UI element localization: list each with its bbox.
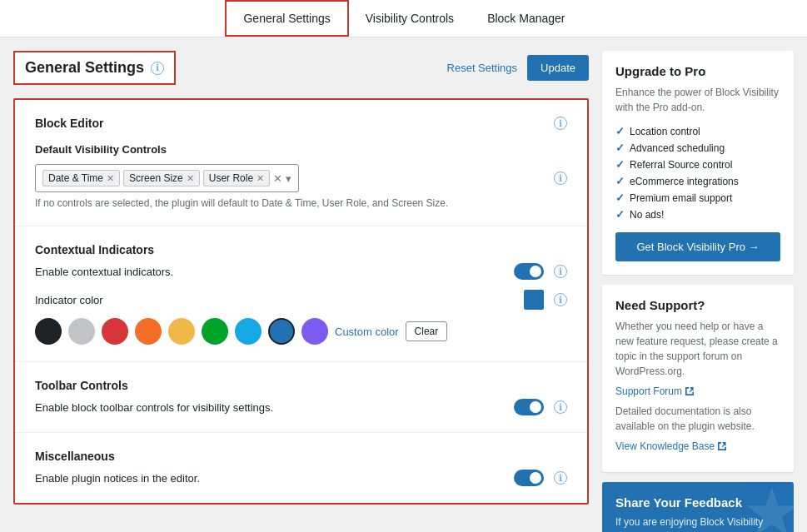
swatch-purple[interactable] [301,318,328,345]
miscellaneous-section: Miscellaneous Enable plugin notices in t… [15,433,587,503]
upgrade-pro-desc: Enhance the power of Block Visibility wi… [615,85,780,115]
contextual-indicators-header: Contextual Indicators [35,243,567,256]
swatch-light-gray[interactable] [68,318,95,345]
toolbar-controls-toggle[interactable] [514,399,544,415]
miscellaneous-info-icon[interactable]: ℹ [554,471,567,485]
pro-feature-scheduling: ✓ Advanced scheduling [615,142,780,154]
update-button[interactable]: Update [527,55,589,81]
swatch-green[interactable] [202,318,228,345]
block-editor-header: Block Editor ℹ [35,117,567,130]
toolbar-toggle-slider [514,399,544,415]
nav-general-settings[interactable]: General Settings [225,0,348,37]
knowledge-base-link[interactable]: View Knowledge Base [615,440,780,452]
check-icon-referral: ✓ [615,158,625,171]
color-swatches-row: Custom color Clear [35,318,567,345]
toggle-slider [514,263,544,280]
reset-settings-link[interactable]: Reset Settings [447,62,518,74]
external-link-icon [685,387,694,395]
toolbar-controls-label: Enable block toolbar controls for visibi… [35,401,273,414]
toolbar-controls-section: Toolbar Controls Enable block toolbar co… [15,362,587,433]
toolbar-controls-info-icon[interactable]: ℹ [554,400,567,414]
swatch-yellow[interactable] [168,318,195,345]
contextual-indicators-label: Enable contextual indicators. [35,266,173,278]
pro-feature-no-ads: ✓ No ads! [615,208,780,221]
check-icon-ecommerce: ✓ [615,175,625,187]
nav-block-manager[interactable]: Block Manager [471,2,581,35]
tag-screen-size: Screen Size ✕ [123,170,200,186]
tag-user-role-label: User Role [209,172,253,184]
clear-color-button[interactable]: Clear [406,321,448,341]
selected-color-swatch[interactable] [524,290,544,310]
miscellaneous-toggle[interactable] [514,470,544,486]
pro-feature-scheduling-label: Advanced scheduling [630,142,725,154]
swatch-orange[interactable] [135,318,162,345]
misc-toggle-slider [514,470,544,486]
toolbar-controls-title: Toolbar Controls [35,379,128,392]
toolbar-controls-header: Toolbar Controls [35,379,567,392]
pro-feature-location: ✓ Location control [615,125,780,137]
feedback-watermark: ★ [742,482,794,532]
indicator-color-row: Indicator color ℹ [35,290,567,310]
page-title: General Settings [25,59,144,77]
contextual-indicators-section: Contextual Indicators Enable contextual … [15,226,587,362]
support-description: Whether you need help or have a new feat… [615,319,780,379]
indicator-color-label: Indicator color [35,294,103,306]
info-icon[interactable]: ℹ [151,62,164,75]
upgrade-pro-card: Upgrade to Pro Enhance the power of Bloc… [602,51,794,275]
pro-features-list: ✓ Location control ✓ Advanced scheduling… [615,125,780,221]
tag-dropdown-icon[interactable]: ▾ [286,172,291,185]
default-visibility-info-icon[interactable]: ℹ [554,172,567,185]
block-editor-section: Block Editor ℹ Default Visibility Contro… [15,100,587,226]
default-visibility-helper: If no controls are selected, the plugin … [35,197,567,209]
knowledge-base-label: View Knowledge Base [615,440,715,452]
docs-description: Detailed documentation is also available… [615,404,780,434]
tag-clear-icon[interactable]: ✕ [273,172,282,185]
contextual-indicators-title: Contextual Indicators [35,243,154,256]
page-header: General Settings ℹ Reset Settings Update [13,51,589,85]
contextual-indicators-toggle[interactable] [514,263,544,280]
contextual-indicators-info-icon[interactable]: ℹ [554,265,567,278]
default-visibility-title: Default Visibility Controls [35,143,567,156]
miscellaneous-label: Enable plugin notices in the editor. [35,472,200,485]
pro-feature-email-label: Premium email support [630,192,732,204]
pro-feature-email: ✓ Premium email support [615,191,780,204]
indicator-color-info-icon[interactable]: ℹ [554,293,567,306]
visibility-tag-input[interactable]: Date & Time ✕ Screen Size ✕ User Role ✕ [35,164,299,192]
swatch-black[interactable] [35,318,62,345]
upgrade-pro-title: Upgrade to Pro [615,64,780,78]
toolbar-controls-toggle-row: Enable block toolbar controls for visibi… [35,399,567,415]
get-pro-button[interactable]: Get Block Visibility Pro → [615,232,780,261]
pro-feature-location-label: Location control [630,126,700,137]
block-editor-info-icon[interactable]: ℹ [554,117,567,130]
default-visibility-subsection: Default Visibility Controls Date & Time … [35,143,567,209]
sidebar: Upgrade to Pro Enhance the power of Bloc… [602,51,794,532]
support-forum-label: Support Forum [615,385,682,397]
support-card: Need Support? Whether you need help or h… [602,285,794,472]
tag-input-controls: ✕ ▾ [273,172,291,185]
pro-feature-ecommerce: ✓ eCommerce integrations [615,175,780,187]
top-navigation: General Settings Visibility Controls Blo… [0,0,807,37]
swatch-light-blue[interactable] [235,318,262,345]
custom-color-link[interactable]: Custom color [335,326,399,338]
main-panel: Block Editor ℹ Default Visibility Contro… [13,98,589,505]
miscellaneous-header: Miscellaneous [35,450,567,463]
external-link-icon-2 [718,442,726,450]
miscellaneous-toggle-row: Enable plugin notices in the editor. ℹ [35,470,567,486]
header-actions: Reset Settings Update [447,55,589,81]
support-title: Need Support? [615,298,780,312]
main-content: General Settings ℹ Reset Settings Update… [13,51,589,532]
tag-screen-size-remove[interactable]: ✕ [187,173,194,184]
check-icon-no-ads: ✓ [615,208,625,221]
nav-visibility-controls[interactable]: Visibility Controls [349,2,471,35]
swatch-red[interactable] [102,318,128,345]
support-forum-link[interactable]: Support Forum [615,385,780,397]
block-editor-title: Block Editor [35,117,103,130]
pro-feature-ecommerce-label: eCommerce integrations [630,176,739,187]
tag-date-time-remove[interactable]: ✕ [107,173,114,184]
pro-feature-referral: ✓ Referral Source control [615,158,780,171]
check-icon-location: ✓ [615,125,625,137]
swatch-blue[interactable] [268,318,295,345]
miscellaneous-title: Miscellaneous [35,450,115,463]
page-title-area: General Settings ℹ [13,51,176,85]
tag-user-role-remove[interactable]: ✕ [257,173,264,184]
